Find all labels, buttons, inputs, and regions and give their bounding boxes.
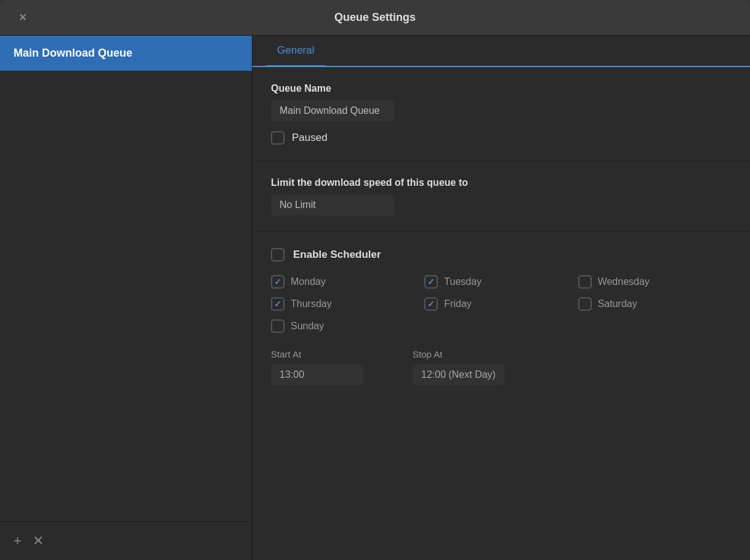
remove-icon: ✕ [33,533,44,548]
thursday-checkbox[interactable] [271,297,284,311]
paused-checkbox[interactable] [271,131,284,145]
stop-at-group: Stop At 12:00 (Next Day) [413,349,505,385]
sunday-label: Sunday [291,321,324,332]
close-button[interactable]: ✕ [14,9,31,26]
add-icon: + [14,533,22,548]
queue-name-section: Queue Name Main Download Queue Paused [252,67,750,161]
main-panel: General Queue Name Main Download Queue P… [252,36,750,560]
monday-label: Monday [291,276,326,287]
sunday-checkbox[interactable] [271,319,284,333]
day-row-friday: Friday [424,297,578,311]
wednesday-checkbox[interactable] [578,275,592,289]
content-area: Main Download Queue + ✕ General Q [0,36,750,560]
sidebar-item-main-download-queue[interactable]: Main Download Queue [0,36,252,71]
queue-name-value[interactable]: Main Download Queue [271,100,394,121]
start-at-group: Start At 13:00 [271,349,363,385]
scheduler-header: Enable Scheduler [271,248,732,262]
stop-at-label: Stop At [413,349,505,359]
day-row-thursday: Thursday [271,297,424,311]
start-at-value[interactable]: 13:00 [271,364,363,385]
saturday-checkbox[interactable] [578,297,592,311]
add-queue-button[interactable]: + [14,533,22,549]
queue-settings-window: ✕ Queue Settings Main Download Queue + ✕ [0,0,750,560]
friday-label: Friday [444,298,471,310]
saturday-label: Saturday [598,298,637,310]
sidebar-item-label: Main Download Queue [14,47,132,59]
tab-general-label: General [277,44,314,56]
wednesday-label: Wednesday [598,276,650,287]
stop-at-value[interactable]: 12:00 (Next Day) [413,364,505,385]
day-row-sunday: Sunday [271,319,424,333]
time-row: Start At 13:00 Stop At 12:00 (Next Day) [271,349,732,385]
close-icon: ✕ [18,12,26,23]
days-grid: Monday Tuesday Wednesday [271,275,732,333]
day-row-saturday: Saturday [578,297,732,311]
day-row-wednesday: Wednesday [578,275,732,289]
paused-row: Paused [271,131,732,145]
remove-queue-button[interactable]: ✕ [33,533,44,549]
thursday-label: Thursday [291,298,332,310]
start-at-label: Start At [271,349,363,359]
scheduler-checkbox[interactable] [271,248,284,262]
tuesday-label: Tuesday [444,276,482,287]
speed-limit-section: Limit the download speed of this queue t… [252,161,750,232]
speed-limit-label: Limit the download speed of this queue t… [271,177,732,188]
tab-general[interactable]: General [266,36,325,67]
window-title: Queue Settings [334,11,416,24]
paused-label[interactable]: Paused [292,132,328,144]
sidebar-footer: + ✕ [0,521,252,560]
day-row-tuesday: Tuesday [424,275,578,289]
sidebar: Main Download Queue + ✕ [0,36,252,560]
speed-limit-value[interactable]: No Limit [271,194,394,215]
day-row-monday: Monday [271,275,424,289]
monday-checkbox[interactable] [271,275,284,289]
titlebar: ✕ Queue Settings [0,0,750,36]
scheduler-section: Enable Scheduler Monday Tuesday [252,232,750,401]
queue-name-label: Queue Name [271,83,732,94]
scheduler-label: Enable Scheduler [293,249,381,261]
tabs-bar: General [252,36,750,67]
friday-checkbox[interactable] [424,297,438,311]
tuesday-checkbox[interactable] [424,275,438,289]
